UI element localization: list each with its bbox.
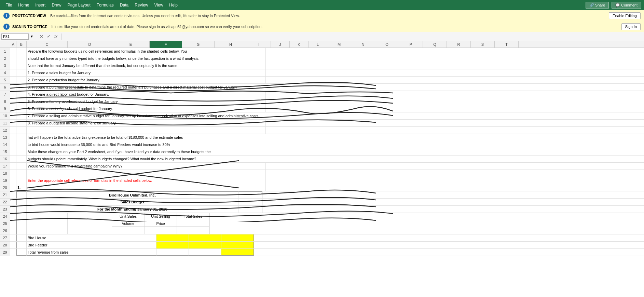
col-header-d[interactable]: D [68, 41, 112, 48]
column-headers: A B C D E F G H I J K L M N O P Q R S T [0, 41, 644, 48]
protected-view-text: Be careful—files from the Internet can c… [50, 14, 606, 18]
table-row: 20 1. [0, 184, 644, 191]
menu-insert[interactable]: Insert [32, 1, 48, 9]
comment-button[interactable]: 💬 Comment [612, 2, 641, 9]
menu-formulas[interactable]: Formulas [94, 1, 117, 9]
table-row: 27 Bird House [0, 234, 644, 242]
cancel-formula-icon[interactable]: ✕ [39, 34, 44, 39]
col-header-n[interactable]: N [351, 41, 375, 48]
table-row: 11 8. Prepare a budgeted income statemen… [0, 120, 644, 127]
sign-in-text: It looks like your stored credentials ar… [51, 25, 618, 29]
table-row: 23 For the Month Ending January 31, 2020 [0, 206, 644, 213]
table-row: 26 [0, 227, 644, 234]
menu-home[interactable]: Home [15, 1, 32, 9]
sign-in-icon: i [3, 24, 10, 30]
formula-input[interactable] [64, 34, 643, 39]
menu-file[interactable]: File [3, 1, 15, 9]
col-header-h[interactable]: H [215, 41, 247, 48]
table-row: 17 Would you recommend this advertising … [0, 163, 644, 170]
menu-bar: File Home Insert Draw Page Layout Formul… [0, 0, 644, 10]
table-row: 24 Unit Sales Unit Selling Total Sales [0, 213, 644, 220]
row-number: 1 [0, 48, 10, 55]
menu-help[interactable]: Help [166, 1, 180, 9]
table-row: 4 1. Prepare a sales budget for January [0, 69, 644, 77]
col-header-e[interactable]: E [112, 41, 150, 48]
name-box-dropdown[interactable]: ▼ [30, 35, 33, 38]
enable-editing-button[interactable]: Enable Editing [609, 12, 641, 19]
col-header-s[interactable]: S [471, 41, 495, 48]
table-row: 21 Bird House Unlimited, Inc. [0, 191, 644, 199]
col-header-k[interactable]: K [290, 41, 309, 48]
table-row: 16 budgets should update immediately. Wh… [0, 156, 644, 163]
table-row: 22 Sales Budget [0, 199, 644, 206]
col-header-f[interactable]: F [150, 41, 182, 48]
table-row: 8 5. Prepare a factory overhead cost bud… [0, 98, 644, 105]
table-row: 9 6. Prepare a cost of goods sold budget… [0, 105, 644, 112]
table-row: 3 Note that the format January be differ… [0, 62, 644, 69]
sign-in-banner: i SIGN IN TO OFFICE It looks like your s… [0, 21, 644, 32]
col-header-p[interactable]: P [399, 41, 423, 48]
formula-bar: ▼ ✕ ✓ fx [0, 32, 644, 41]
fx-label: fx [54, 34, 57, 39]
table-row: 1 Prepare the following budgets using ce… [0, 48, 644, 55]
table-row: 28 Bird Feeder [0, 242, 644, 249]
col-header-b[interactable]: B [16, 41, 27, 48]
protected-view-icon: i [3, 13, 10, 19]
protected-view-banner: i PROTECTED VIEW Be careful—files from t… [0, 10, 644, 21]
menu-data[interactable]: Data [117, 1, 131, 9]
table-row: 7 4. Prepare a direct labor cost budget … [0, 91, 644, 98]
col-header-r[interactable]: R [447, 41, 471, 48]
table-row: 12 [0, 127, 644, 134]
sign-in-button[interactable]: Sign In [621, 23, 641, 30]
table-row: 29 Total revenue from sales [0, 249, 644, 256]
col-header-o[interactable]: O [375, 41, 399, 48]
col-header-t[interactable]: T [495, 41, 519, 48]
col-header-q[interactable]: Q [423, 41, 447, 48]
col-header-l[interactable]: L [309, 41, 327, 48]
protected-view-title: PROTECTED VIEW [12, 14, 46, 18]
share-button[interactable]: 🔗 Share [586, 2, 609, 9]
menu-view[interactable]: View [152, 1, 166, 9]
sign-in-title: SIGN IN TO OFFICE [12, 25, 47, 29]
table-row: 18 [0, 170, 644, 177]
table-row: 5 2. Prepare a production budget for Jan… [0, 77, 644, 84]
table-row: 15 Make these changes on your Part 2 wor… [0, 148, 644, 156]
table-row: 2 should not have any numbers typed into… [0, 55, 644, 62]
table-row: 13 hat will happen to the total advertis… [0, 134, 644, 141]
col-header-a[interactable]: A [10, 41, 16, 48]
col-header-m[interactable]: M [327, 41, 351, 48]
menu-review[interactable]: Review [132, 1, 151, 9]
table-row: 14 to bird house would increase to 36,00… [0, 141, 644, 148]
name-box[interactable] [1, 33, 29, 40]
col-header-j[interactable]: J [271, 41, 290, 48]
menu-page-layout[interactable]: Page Layout [65, 1, 93, 9]
col-header-i[interactable]: I [247, 41, 271, 48]
table-row: 25 Volume Price [0, 220, 644, 227]
col-header-c[interactable]: C [27, 41, 68, 48]
confirm-formula-icon[interactable]: ✓ [46, 34, 52, 39]
menu-draw[interactable]: Draw [49, 1, 64, 9]
table-row: 19 Enter the appropriate cell references… [0, 177, 644, 184]
table-row: 10 7. Prepare a selling and administrati… [0, 112, 644, 120]
col-header-g[interactable]: G [182, 41, 215, 48]
table-row: 6 3. Prepare a purchasing schedule to de… [0, 84, 644, 91]
